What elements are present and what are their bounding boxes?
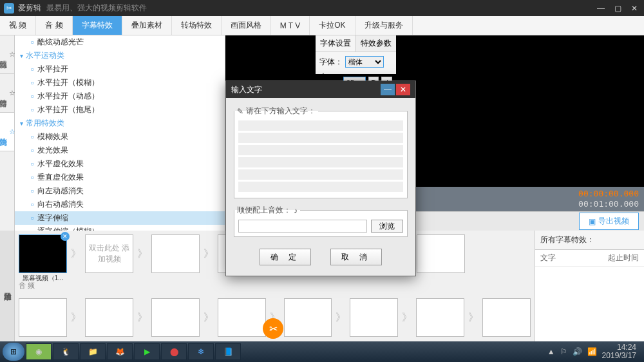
font-family-select[interactable]: 楷体 (345, 56, 384, 68)
music-note-icon: ♪ (294, 206, 298, 215)
phase-stay[interactable]: ☆停留特效 (0, 74, 14, 113)
font-tab-params[interactable]: 特效参数 (356, 35, 396, 52)
ok-button[interactable]: 确 定 (260, 249, 311, 265)
tree-item[interactable]: 水平拉开（模糊） (15, 76, 225, 90)
font-label: 字体： (319, 57, 343, 68)
empty-audio-slot[interactable] (284, 298, 332, 337)
tree-group[interactable]: 水平运动类 (15, 49, 225, 62)
system-tray[interactable]: ▲ ⚐ 🔊 📶 14:24 2019/3/17 (547, 343, 641, 360)
arrow-icon: 》 (71, 247, 81, 261)
tab-upgrade[interactable]: 升级与服务 (355, 16, 413, 35)
col-text: 文字 (540, 252, 608, 263)
time-total: 00:01:00.000 (578, 199, 639, 209)
tray-icon[interactable]: ▲ (547, 347, 555, 356)
tab-video[interactable]: 视 频 (0, 16, 36, 35)
app-subtitle: 最易用、强大的视频剪辑软件 (46, 3, 147, 14)
add-clip-slot[interactable]: 双击此处 添加视频 (85, 234, 133, 273)
tab-audio[interactable]: 音 频 (36, 16, 72, 35)
subtitle-list-header: 所有字幕特效： (535, 231, 644, 250)
tree-item[interactable]: 发光效果 (15, 144, 225, 157)
taskbar-app[interactable]: ▶ (134, 343, 160, 360)
subtitle-list-columns: 文字 起止时间 (535, 250, 644, 267)
dialog-close-button[interactable]: ✕ (396, 84, 410, 95)
tree-item[interactable]: 垂直虚化效果 (15, 171, 225, 184)
tree-item[interactable]: 水平拉开（动感） (15, 90, 225, 103)
taskbar-app[interactable]: ❄ (188, 343, 214, 360)
dialog-titlebar[interactable]: 输入文字 — ✕ (226, 81, 415, 98)
maximize-button[interactable]: ▢ (612, 4, 623, 13)
tab-subtitle-fx[interactable]: 字幕特效 (73, 16, 122, 35)
sound-path-input[interactable] (238, 220, 367, 233)
app-title: 爱剪辑 (18, 3, 41, 14)
tab-karaoke[interactable]: 卡拉OK (310, 16, 355, 35)
tree-item[interactable]: 水平拉开（拖尾） (15, 103, 225, 117)
font-tab-font[interactable]: 字体设置 (316, 35, 356, 52)
taskbar-app[interactable]: 🦊 (107, 343, 133, 360)
tree-item-selected[interactable]: 逐字伸缩 (15, 211, 225, 225)
effect-tree[interactable]: 酷炫动感光芒 水平运动类 水平拉开 水平拉开（模糊） 水平拉开（动感） 水平拉开… (15, 35, 225, 231)
tab-transition[interactable]: 转场特效 (172, 16, 222, 35)
empty-clip-slot[interactable] (417, 234, 465, 273)
tree-item[interactable]: 向右动感消失 (15, 198, 225, 211)
taskbar-app[interactable]: ◉ (26, 343, 52, 360)
empty-audio-slot[interactable] (416, 298, 464, 337)
empty-audio-slot[interactable] (218, 298, 266, 337)
main-tabs: 视 频 音 频 字幕特效 叠加素材 转场特效 画面风格 M T V 卡拉OK 升… (0, 16, 644, 35)
text-legend: 请在下方输入文字： (246, 106, 316, 117)
tray-icon[interactable]: 📶 (587, 347, 597, 356)
empty-audio-slot[interactable] (482, 298, 531, 337)
text-input-area[interactable] (234, 117, 407, 198)
taskbar-app[interactable]: ⬤ (161, 343, 187, 360)
taskbar-app[interactable]: 📘 (215, 343, 241, 360)
empty-audio-slot[interactable] (151, 298, 200, 337)
tray-icon[interactable]: 🔊 (573, 347, 582, 356)
time-display: 00:00:00.000 00:01:00.000 (578, 189, 639, 209)
windows-taskbar[interactable]: ⊞ ◉ 🐧 📁 🦊 ▶ ⬤ ❄ 📘 ▲ ⚐ 🔊 📶 14:24 2019/3/1… (0, 341, 644, 362)
col-time: 起止时间 (608, 252, 639, 263)
empty-audio-slot[interactable] (19, 298, 67, 337)
clip-remove-icon[interactable]: ✕ (61, 232, 70, 241)
phase-disappear[interactable]: ☆消失特效 (0, 113, 14, 151)
input-text-dialog: 输入文字 — ✕ ✎请在下方输入文字： 顺便配上音效：♪ 浏览 确 定 取 消 (225, 81, 416, 276)
titlebar: ✂ 爱剪辑 最易用、强大的视频剪辑软件 — ▢ ✕ (0, 0, 644, 16)
sound-legend: 顺便配上音效： (237, 205, 291, 216)
taskbar-app[interactable]: 🐧 (53, 343, 79, 360)
video-clip[interactable]: ✕ 黑幕视频（1... (19, 234, 67, 273)
minimize-button[interactable]: — (595, 4, 607, 13)
tree-item[interactable]: 水平虚化效果 (15, 157, 225, 171)
tab-mtv[interactable]: M T V (271, 16, 310, 35)
clock-date: 2019/3/17 (602, 352, 636, 360)
empty-audio-slot[interactable] (350, 298, 398, 337)
tree-item[interactable]: 酷炫动感光芒 (15, 35, 225, 49)
close-button[interactable]: ✕ (629, 4, 640, 13)
effect-phase-tabs: ☆出现特效 ☆停留特效 ☆消失特效 (0, 35, 15, 231)
tray-icon[interactable]: ⚐ (560, 347, 567, 356)
export-button[interactable]: ▣ 导出视频 (579, 213, 639, 230)
empty-audio-slot[interactable] (85, 298, 133, 337)
start-button[interactable]: ⊞ (3, 343, 24, 361)
app-logo: ✂ (4, 3, 14, 14)
subtitle-list: 所有字幕特效： 文字 起止时间 (535, 231, 644, 343)
tab-style[interactable]: 画面风格 (222, 16, 271, 35)
time-current: 00:00:00.000 (578, 189, 639, 199)
cancel-button[interactable]: 取 消 (330, 249, 382, 265)
phase-appear[interactable]: ☆出现特效 (0, 35, 14, 74)
clock[interactable]: 14:24 2019/3/17 (602, 343, 636, 360)
text-fieldset: ✎请在下方输入文字： (234, 106, 408, 198)
clip-caption: 黑幕视频（1... (19, 274, 66, 283)
browse-button[interactable]: 浏览 (371, 220, 403, 233)
dialog-title: 输入文字 (231, 84, 262, 95)
taskbar-app[interactable]: 📁 (80, 343, 106, 360)
dialog-minimize-button[interactable]: — (381, 84, 395, 95)
font-panel: 字体设置 特效参数 字体：楷体 大小：35 B I (316, 35, 396, 74)
tree-item[interactable]: 水平拉开 (15, 62, 225, 76)
sound-fieldset: 顺便配上音效：♪ 浏览 (234, 205, 408, 237)
tab-overlay[interactable]: 叠加素材 (122, 16, 172, 35)
empty-clip-slot[interactable] (151, 234, 200, 273)
tree-item[interactable]: 模糊效果 (15, 130, 225, 144)
tree-item[interactable]: 逐字伸缩（模糊） (15, 225, 225, 231)
tree-item[interactable]: 向左动感消失 (15, 184, 225, 198)
tree-group[interactable]: 常用特效类 (15, 117, 225, 130)
cut-button[interactable]: ✂ (263, 318, 283, 339)
arrow-icon: 》 (204, 247, 214, 261)
